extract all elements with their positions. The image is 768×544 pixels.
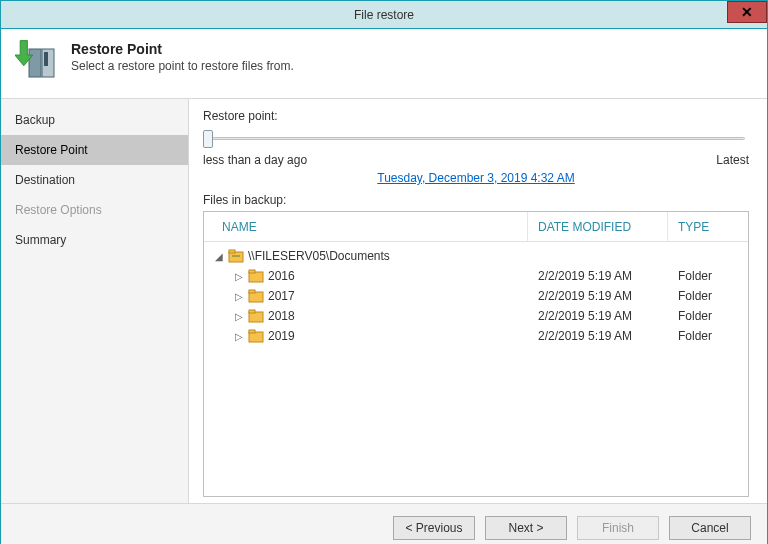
row-type: Folder: [668, 329, 748, 343]
restore-point-slider[interactable]: [203, 127, 749, 151]
tree-header: NAME DATE MODIFIED TYPE: [204, 212, 748, 242]
svg-rect-13: [249, 310, 255, 313]
row-date: 2/2/2019 5:19 AM: [528, 289, 668, 303]
tree-root-row[interactable]: ◢ \\FILESERV05\Documents: [204, 246, 748, 266]
restore-point-icon: [15, 39, 59, 86]
root-name: \\FILESERV05\Documents: [248, 249, 390, 263]
page-subtitle: Select a restore point to restore files …: [71, 59, 294, 73]
selected-restore-point-link[interactable]: Tuesday, December 3, 2019 4:32 AM: [203, 171, 749, 185]
wizard-body: Backup Restore Point Destination Restore…: [1, 98, 767, 503]
files-label: Files in backup:: [203, 193, 749, 207]
sidebar-item-destination[interactable]: Destination: [1, 165, 188, 195]
svg-rect-2: [44, 52, 48, 66]
slider-thumb[interactable]: [203, 130, 213, 148]
row-name: 2016: [268, 269, 295, 283]
table-row[interactable]: ▷ 2018 2/2/2019 5:19 AM Folder: [204, 306, 748, 326]
wizard-sidebar: Backup Restore Point Destination Restore…: [1, 99, 189, 503]
cancel-button[interactable]: Cancel: [669, 516, 751, 540]
table-row[interactable]: ▷ 2017 2/2/2019 5:19 AM Folder: [204, 286, 748, 306]
window-title: File restore: [1, 8, 767, 22]
column-name[interactable]: NAME: [204, 212, 528, 241]
row-date: 2/2/2019 5:19 AM: [528, 309, 668, 323]
tree-body: ◢ \\FILESERV05\Documents ▷ 2016: [204, 242, 748, 496]
folder-icon: [248, 289, 264, 303]
svg-rect-15: [249, 330, 255, 333]
sidebar-item-summary[interactable]: Summary: [1, 225, 188, 255]
previous-button[interactable]: < Previous: [393, 516, 475, 540]
row-type: Folder: [668, 289, 748, 303]
expand-icon[interactable]: ▷: [234, 271, 244, 282]
next-button[interactable]: Next >: [485, 516, 567, 540]
close-button[interactable]: ✕: [727, 1, 767, 23]
expand-icon[interactable]: ▷: [234, 291, 244, 302]
wizard-header: Restore Point Select a restore point to …: [1, 29, 767, 98]
row-name: 2019: [268, 329, 295, 343]
row-date: 2/2/2019 5:19 AM: [528, 269, 668, 283]
table-row[interactable]: ▷ 2019 2/2/2019 5:19 AM Folder: [204, 326, 748, 346]
column-type[interactable]: TYPE: [668, 212, 748, 241]
header-text: Restore Point Select a restore point to …: [71, 39, 294, 86]
folder-icon: [248, 329, 264, 343]
folder-icon: [248, 309, 264, 323]
files-tree: NAME DATE MODIFIED TYPE ◢ \\FILESERV05\D…: [203, 211, 749, 497]
slider-track: [207, 137, 745, 140]
row-name: 2017: [268, 289, 295, 303]
row-name: 2018: [268, 309, 295, 323]
restore-point-label: Restore point:: [203, 109, 749, 123]
sidebar-item-restore-options: Restore Options: [1, 195, 188, 225]
close-icon: ✕: [741, 4, 753, 20]
wizard-window: File restore ✕ Restore Point Select a re…: [0, 0, 768, 544]
page-title: Restore Point: [71, 41, 294, 57]
expand-icon[interactable]: ▷: [234, 331, 244, 342]
svg-rect-9: [249, 270, 255, 273]
row-type: Folder: [668, 269, 748, 283]
sidebar-item-restore-point[interactable]: Restore Point: [1, 135, 188, 165]
folder-icon: [248, 269, 264, 283]
slider-left-label: less than a day ago: [203, 153, 307, 167]
wizard-footer: < Previous Next > Finish Cancel: [1, 503, 767, 544]
share-folder-icon: [228, 249, 244, 263]
row-type: Folder: [668, 309, 748, 323]
slider-legend: less than a day ago Latest: [203, 153, 749, 167]
collapse-icon[interactable]: ◢: [214, 251, 224, 262]
svg-rect-0: [29, 49, 41, 77]
table-row[interactable]: ▷ 2016 2/2/2019 5:19 AM Folder: [204, 266, 748, 286]
svg-rect-11: [249, 290, 255, 293]
wizard-content: Restore point: less than a day ago Lates…: [189, 99, 767, 503]
titlebar: File restore ✕: [1, 1, 767, 29]
row-date: 2/2/2019 5:19 AM: [528, 329, 668, 343]
column-date[interactable]: DATE MODIFIED: [528, 212, 668, 241]
svg-rect-6: [229, 250, 235, 253]
slider-right-label: Latest: [716, 153, 749, 167]
finish-button: Finish: [577, 516, 659, 540]
sidebar-item-backup[interactable]: Backup: [1, 105, 188, 135]
expand-icon[interactable]: ▷: [234, 311, 244, 322]
